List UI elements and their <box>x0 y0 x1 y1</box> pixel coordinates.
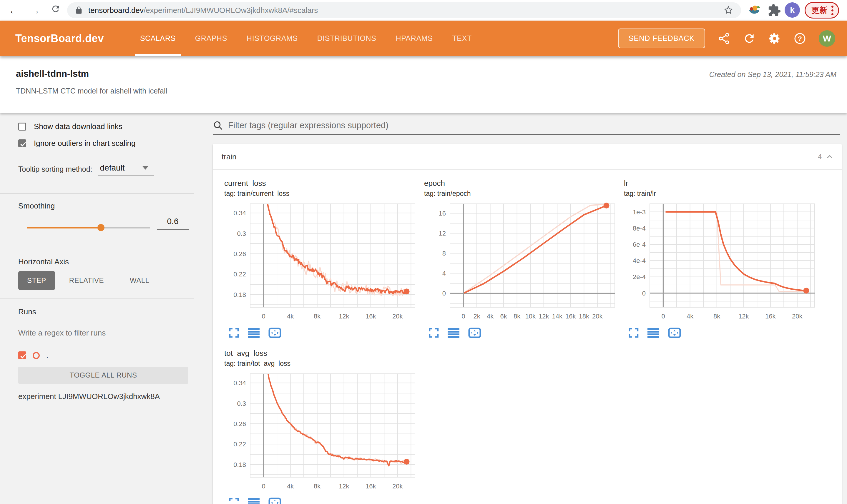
svg-text:4k: 4k <box>287 312 294 320</box>
chevron-up-icon[interactable] <box>825 152 834 161</box>
toggle-y-axis-icon[interactable] <box>647 328 659 338</box>
fit-domain-icon[interactable] <box>668 328 681 338</box>
svg-text:4k: 4k <box>687 312 694 320</box>
tab-graphs[interactable]: GRAPHS <box>186 21 237 56</box>
url-text: tensorboard.dev/experiment/LJI9MWUORLOw3… <box>88 6 318 15</box>
settings-gear-icon[interactable] <box>768 32 781 45</box>
svg-text:0.3: 0.3 <box>237 400 246 407</box>
share-icon[interactable] <box>718 32 730 45</box>
extension-bowl-icon[interactable] <box>747 3 761 17</box>
bookmark-star-icon[interactable] <box>723 5 733 15</box>
browser-profile-avatar[interactable]: k <box>784 2 800 18</box>
run-color-swatch-icon[interactable] <box>33 352 40 359</box>
help-icon[interactable]: ? <box>793 32 807 45</box>
svg-text:12k: 12k <box>539 312 549 320</box>
smoothing-slider[interactable] <box>27 224 150 231</box>
browser-forward-button[interactable]: → <box>28 3 42 17</box>
chart-plot-lr[interactable]: 04k8k12k16k20k02e-44e-46e-48e-41e-3 <box>624 202 818 324</box>
kebab-menu-icon <box>831 5 833 15</box>
toggle-y-axis-icon[interactable] <box>248 328 260 338</box>
svg-text:0.34: 0.34 <box>234 209 246 217</box>
svg-text:6e-4: 6e-4 <box>633 241 646 248</box>
svg-text:12: 12 <box>439 230 446 237</box>
chart-plot-tot_avg_loss[interactable]: 04k8k12k16k20k0.180.220.260.30.34 <box>224 372 418 494</box>
tooltip-sort-dropdown[interactable]: default <box>98 163 154 176</box>
svg-text:0: 0 <box>642 290 646 297</box>
chart-card-lr: lrtag: train/lr04k8k12k16k20k02e-44e-46e… <box>624 172 824 338</box>
train-group-card: train 4 current_losstag: train/current_l… <box>213 144 842 504</box>
chart-title: lr <box>624 179 824 188</box>
svg-text:8k: 8k <box>514 312 521 320</box>
extensions-puzzle-icon[interactable] <box>767 3 781 17</box>
svg-text:12k: 12k <box>738 312 749 320</box>
group-chart-count: 4 <box>818 153 822 161</box>
show-download-links-checkbox[interactable] <box>18 123 26 130</box>
smoothing-value-input[interactable]: 0.6 <box>157 217 189 230</box>
user-avatar[interactable]: W <box>819 30 835 47</box>
chart-plot-current_loss[interactable]: 04k8k12k16k20k0.180.220.260.30.34 <box>224 202 418 324</box>
send-feedback-button[interactable]: SEND FEEDBACK <box>618 29 705 48</box>
tab-text[interactable]: TEXT <box>443 21 482 56</box>
svg-text:0.18: 0.18 <box>234 461 246 468</box>
chart-title: tot_avg_loss <box>224 349 424 358</box>
svg-text:12k: 12k <box>339 483 349 490</box>
chart-tag: tag: train/tot_avg_loss <box>224 360 424 367</box>
address-bar[interactable]: tensorboard.dev/experiment/LJI9MWUORLOw3… <box>67 2 741 18</box>
svg-text:8k: 8k <box>713 312 721 320</box>
fit-domain-icon[interactable] <box>269 328 281 338</box>
expand-chart-icon[interactable] <box>429 328 439 338</box>
experiment-created-date: Created on Sep 13, 2021, 11:59:23 AM <box>709 70 836 79</box>
train-group-header[interactable]: train 4 <box>213 144 842 170</box>
toggle-y-axis-icon[interactable] <box>248 498 260 504</box>
svg-text:8k: 8k <box>314 312 321 320</box>
svg-text:0: 0 <box>661 312 665 320</box>
filter-tags-input[interactable] <box>228 121 840 130</box>
runs-regex-input[interactable] <box>18 327 188 342</box>
experiment-header: aishell-tdnn-lstm TDNN-LSTM CTC model fo… <box>0 56 847 113</box>
expand-chart-icon[interactable] <box>229 328 239 338</box>
ignore-outliers-checkbox[interactable] <box>18 139 26 147</box>
lock-icon <box>75 6 83 14</box>
svg-text:16k: 16k <box>365 312 376 320</box>
svg-text:0.3: 0.3 <box>237 230 246 237</box>
svg-text:16k: 16k <box>365 483 376 490</box>
toggle-y-axis-icon[interactable] <box>448 328 460 338</box>
svg-text:2k: 2k <box>473 312 480 320</box>
ignore-outliers-label: Ignore outliers in chart scaling <box>34 139 135 148</box>
reload-data-icon[interactable] <box>743 32 756 45</box>
browser-update-menu-button[interactable]: 更新 <box>805 2 839 19</box>
svg-text:4k: 4k <box>287 483 294 490</box>
svg-text:16k: 16k <box>765 312 776 320</box>
tab-distributions[interactable]: DISTRIBUTIONS <box>308 21 386 56</box>
svg-text:20k: 20k <box>592 312 603 320</box>
svg-text:0.22: 0.22 <box>234 440 246 448</box>
tensorboard-navbar: TensorBoard.dev SCALARS GRAPHS HISTOGRAM… <box>0 21 847 56</box>
toggle-all-runs-button[interactable]: TOGGLE ALL RUNS <box>18 367 188 384</box>
tab-scalars[interactable]: SCALARS <box>131 21 186 56</box>
brand-logo[interactable]: TensorBoard.dev <box>15 32 104 45</box>
chart-plot-epoch[interactable]: 02k4k6k8k10k12k14k16k18k20k0481216 <box>424 202 618 324</box>
smoothing-label: Smoothing <box>18 201 55 211</box>
axis-wall-button[interactable]: WALL <box>121 271 158 290</box>
tab-hparams[interactable]: HPARAMS <box>386 21 443 56</box>
expand-chart-icon[interactable] <box>229 498 239 504</box>
svg-text:?: ? <box>798 35 802 42</box>
svg-text:8: 8 <box>442 250 446 257</box>
run-checkbox[interactable] <box>18 352 26 359</box>
chart-card-epoch: epochtag: train/epoch02k4k6k8k10k12k14k1… <box>424 172 624 338</box>
browser-back-button[interactable]: ← <box>7 3 21 17</box>
slider-thumb-icon[interactable] <box>98 224 104 231</box>
svg-text:0.26: 0.26 <box>234 420 246 428</box>
browser-refresh-button[interactable] <box>49 3 63 17</box>
axis-relative-button[interactable]: RELATIVE <box>60 271 113 290</box>
tab-histograms[interactable]: HISTOGRAMS <box>237 21 308 56</box>
fit-domain-icon[interactable] <box>269 498 281 504</box>
experiment-subtitle: TDNN-LSTM CTC model for aishell with ice… <box>16 87 167 95</box>
run-row: . <box>18 351 48 360</box>
group-name: train <box>222 152 237 161</box>
horizontal-axis-buttons: STEP RELATIVE WALL <box>18 271 158 290</box>
chart-tag: tag: train/current_loss <box>224 190 424 198</box>
expand-chart-icon[interactable] <box>629 328 639 338</box>
fit-domain-icon[interactable] <box>468 328 481 338</box>
axis-step-button[interactable]: STEP <box>18 271 55 290</box>
